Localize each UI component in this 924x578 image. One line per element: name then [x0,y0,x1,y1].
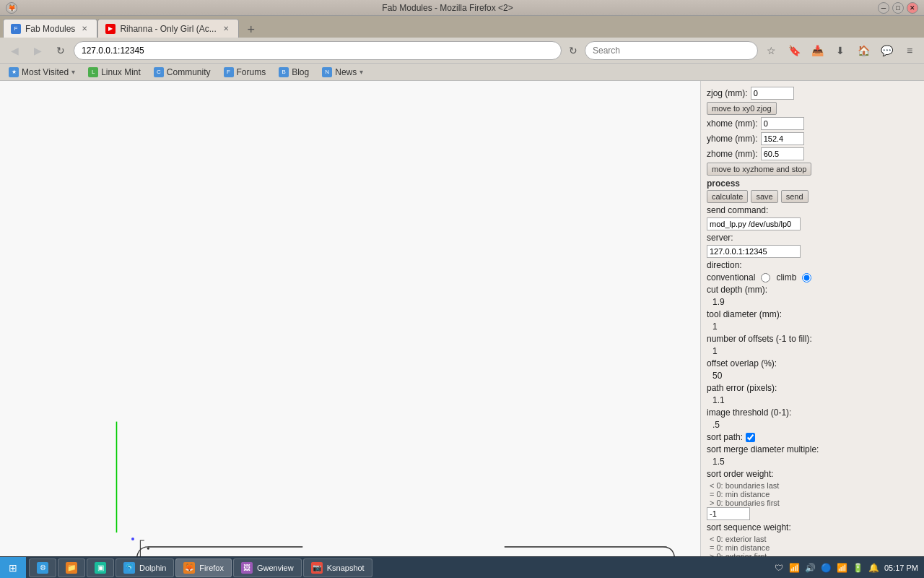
reload-button[interactable]: ↻ [51,40,71,61]
cut-depth-label: cut depth (mm): [707,285,767,295]
tab-fab-label: Fab Modules [25,24,75,34]
new-tab-button[interactable]: + [242,22,261,38]
sort-order-input[interactable] [707,507,750,520]
taskbar-app-terminal[interactable]: ▣ [87,558,114,577]
sort-order-sub1: < 0: boundaries last [710,481,918,490]
xhome-label: xhome (mm): [707,118,758,129]
ksnapshot-label: Ksnapshot [327,564,365,572]
search-input[interactable] [585,41,758,60]
bookmark-community[interactable]: C Community [148,65,217,79]
move-xyzhome-button[interactable]: move to xyzhome and stop [707,163,811,176]
calculate-button[interactable]: calculate [707,190,748,203]
bookmark-blog[interactable]: B Blog [273,65,315,79]
forums-icon: F [224,67,234,77]
files-icon: 📁 [66,562,77,574]
bookmark-star-button[interactable]: ☆ [761,40,781,61]
tool-diameter-label: tool diameter (mm): [707,309,782,319]
close-button[interactable]: ✕ [907,2,918,14]
image-threshold-value-row: .5 [707,420,918,430]
tab-rihanna-close[interactable]: ✕ [221,24,231,34]
direction-label: direction: [707,260,742,270]
volume-icon[interactable]: 🔊 [805,562,816,574]
svg-rect-0 [22,81,679,556]
bookmark-news[interactable]: N News ▾ [316,65,369,79]
tab-fab-close[interactable]: ✕ [79,24,90,34]
save-button[interactable]: save [751,190,777,203]
path-error-label: path error (pixels): [707,383,777,393]
zjog-label: zjog (mm): [707,88,748,98]
most-visited-icon: ★ [9,67,19,77]
forward-button[interactable]: ▶ [27,40,48,61]
tab-fab-favicon: F [11,24,21,34]
menu-button[interactable]: ≡ [899,40,920,61]
server-input[interactable] [707,245,801,258]
yhome-row: yhome (mm): [707,132,918,145]
sort-seq-sub1: < 0: exterior last [710,535,918,543]
num-offsets-label: number of offsets (-1 to fill): [707,334,812,344]
zhome-row: zhome (mm): [707,147,918,160]
path-marker [131,538,134,540]
bookmark-most-visited[interactable]: ★ Most Visited ▾ [3,65,81,79]
taskbar-app-firefox[interactable]: 🦊 Firefox [175,558,232,577]
taskbar-app-dolphin[interactable]: 🐬 Dolphin [116,558,174,577]
bookmark-forums[interactable]: F Forums [218,65,272,79]
back-button[interactable]: ◀ [4,40,25,61]
climb-radio[interactable] [802,273,811,282]
reload-icon[interactable]: ↻ [565,42,582,59]
taskbar-app-files[interactable]: 📁 [58,558,85,577]
chat-button[interactable]: 💬 [876,40,897,61]
bluetooth-icon[interactable]: 🔵 [821,562,832,574]
zjog-row: zjog (mm): [707,87,918,100]
terminal-icon: ▣ [95,562,106,574]
sort-merge-label: sort merge diameter multiple: [707,444,819,454]
bookmark-linux-mint[interactable]: L Linux Mint [82,65,147,79]
dolphin-label: Dolphin [139,564,166,572]
security-icon[interactable]: 🛡 [773,562,785,574]
conventional-radio[interactable] [761,273,770,282]
gwenview-icon: 🖼 [241,562,253,574]
bookmarks-bar: ★ Most Visited ▾ L Linux Mint C Communit… [0,64,924,81]
bookmark-list-button[interactable]: 🔖 [784,40,804,61]
xhome-input[interactable] [761,117,804,130]
num-offsets-row: number of offsets (-1 to fill): [707,334,918,344]
move-xy0-zjog-button[interactable]: move to xy0 zjog [707,102,777,115]
wifi-icon[interactable]: 📶 [837,562,848,574]
title-bar: 🦊 Fab Modules - Mozilla Firefox <2> ─ □ … [0,0,924,16]
taskbar-app-system[interactable]: ⚙ [29,558,56,577]
start-button[interactable]: ⊞ [0,557,26,579]
zjog-input[interactable] [751,87,794,100]
network-icon[interactable]: 📶 [789,562,801,574]
tab-rihanna[interactable]: ▶ Rihanna - Only Girl (Ac... ✕ [97,19,238,38]
taskbar: ⊞ ⚙ 📁 ▣ 🐬 Dolphin 🦊 Firefox 🖼 Gwenview 📷… [0,556,924,578]
server-input-row [707,245,918,258]
pocket-button[interactable]: 📥 [807,40,827,61]
sort-path-checkbox[interactable] [746,433,755,442]
download-button[interactable]: ⬇ [830,40,850,61]
home-button[interactable]: 🏠 [853,40,873,61]
news-dropdown-icon: ▾ [359,68,363,76]
notification-icon[interactable]: 🔔 [868,562,880,574]
num-offsets-input-row: 1 [707,346,918,356]
send-command-input[interactable] [707,217,801,230]
sort-seq-sub2: = 0: min distance [710,543,918,552]
address-bar[interactable] [74,41,562,60]
svg-point-3 [147,547,149,549]
minimize-button[interactable]: ─ [878,2,889,14]
yhome-input[interactable] [761,132,804,145]
cut-depth-row: cut depth (mm): [707,285,918,295]
taskbar-app-ksnapshot[interactable]: 📷 Ksnapshot [303,558,372,577]
canvas-area[interactable] [0,81,700,556]
restore-button[interactable]: □ [892,2,904,14]
tab-fab-modules[interactable]: F Fab Modules ✕ [3,19,97,38]
zhome-input[interactable] [761,147,804,160]
power-icon[interactable]: 🔋 [853,562,864,574]
window-controls-left: 🦊 [6,2,17,14]
image-threshold-row: image threshold (0-1): [707,407,918,418]
move-xy0-zjog-row: move to xy0 zjog [707,102,918,115]
taskbar-apps: ⚙ 📁 ▣ 🐬 Dolphin 🦊 Firefox 🖼 Gwenview 📷 K… [26,558,375,577]
window-controls-right[interactable]: ─ □ ✕ [878,2,918,14]
yhome-label: yhome (mm): [707,134,758,144]
offset-overlap-row: offset overlap (%): [707,358,918,368]
send-button[interactable]: send [781,190,808,203]
taskbar-app-gwenview[interactable]: 🖼 Gwenview [233,558,302,577]
